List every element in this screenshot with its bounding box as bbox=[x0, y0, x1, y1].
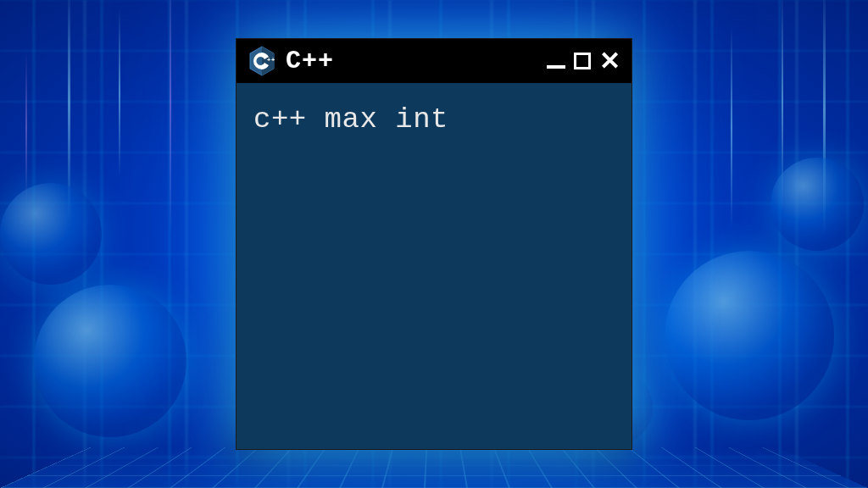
cpp-logo-icon: + + bbox=[248, 46, 275, 76]
svg-text:+: + bbox=[271, 57, 275, 64]
code-line: c++ max int bbox=[253, 103, 615, 136]
window-title: C++ bbox=[286, 47, 537, 75]
maximize-button[interactable] bbox=[574, 53, 591, 69]
terminal-content[interactable]: c++ max int bbox=[236, 83, 632, 449]
window-titlebar[interactable]: + + C++ ✕ bbox=[236, 39, 632, 83]
terminal-window: + + C++ ✕ c++ max int bbox=[236, 38, 632, 450]
svg-text:+: + bbox=[267, 57, 270, 64]
minimize-button[interactable] bbox=[547, 53, 565, 69]
close-button[interactable]: ✕ bbox=[599, 48, 620, 74]
window-controls: ✕ bbox=[547, 48, 620, 74]
